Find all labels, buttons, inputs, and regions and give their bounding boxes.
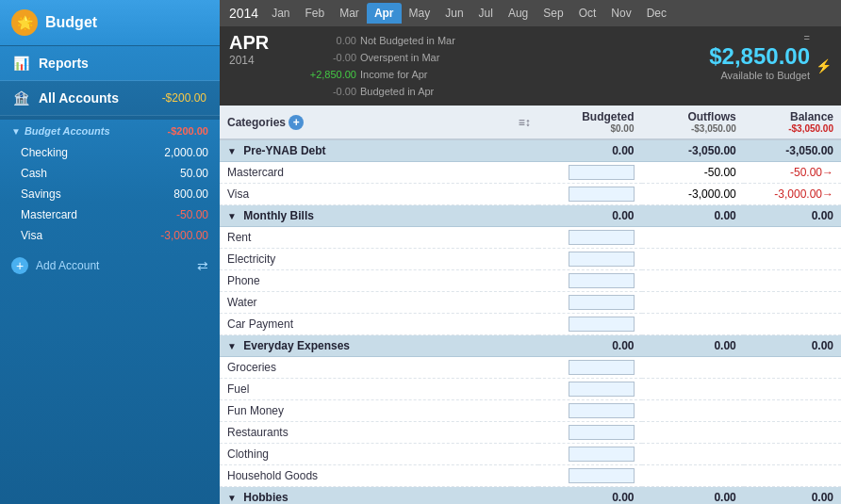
th-outflows: Outflows -$3,050.00 <box>642 106 744 139</box>
month-tab-jun[interactable]: Jun <box>437 3 470 24</box>
sidebar-item-reports[interactable]: 📊 Reports <box>0 46 220 81</box>
lightning-icon: ⚡ <box>816 58 832 73</box>
reports-label: Reports <box>39 56 206 71</box>
category-budgeted[interactable] <box>538 270 642 292</box>
add-category-button[interactable]: + <box>289 115 304 130</box>
group-balance: 0.00 <box>744 335 841 357</box>
group-name: ▼ Hobbies <box>220 487 538 505</box>
group-row[interactable]: ▼ Everyday Expenses 0.00 0.00 0.00 <box>220 335 841 357</box>
category-balance <box>744 357 841 379</box>
table-row: Rent <box>220 227 841 249</box>
category-budgeted[interactable] <box>538 292 642 314</box>
table-row: Mastercard -50.00 -50.00→ <box>220 162 841 184</box>
category-outflows <box>642 292 744 314</box>
group-arrow-icon: ▼ <box>227 341 237 351</box>
group-outflows: 0.00 <box>642 487 744 505</box>
summary-year: 2014 <box>229 54 286 67</box>
sidebar-account-cash[interactable]: Cash 50.00 <box>0 163 220 184</box>
account-name-cash: Cash <box>21 167 180 180</box>
month-tab-jan[interactable]: Jan <box>264 3 297 24</box>
month-tab-nov[interactable]: Nov <box>603 3 638 24</box>
category-outflows <box>642 270 744 292</box>
logo-icon-text: 🌟 <box>17 15 33 30</box>
category-budgeted[interactable] <box>538 379 642 400</box>
month-tab-sep[interactable]: Sep <box>536 3 570 24</box>
category-budgeted[interactable] <box>538 400 642 422</box>
category-balance <box>744 292 841 314</box>
category-outflows <box>642 227 744 249</box>
sidebar-logo[interactable]: 🌟 Budget <box>0 0 220 46</box>
group-balance: -3,050.00 <box>744 139 841 162</box>
category-outflows <box>642 314 744 335</box>
summary-bar: APR 2014 0.00 Not Budgeted in Mar -0.00 … <box>220 26 841 106</box>
balance-arrow-icon: → <box>822 187 833 201</box>
category-balance: -3,000.00→ <box>744 184 841 205</box>
category-budgeted[interactable] <box>538 162 642 184</box>
sidebar-account-checking[interactable]: Checking 2,000.00 <box>0 142 220 163</box>
category-outflows <box>642 249 744 270</box>
month-tab-jul[interactable]: Jul <box>471 3 501 24</box>
category-budgeted[interactable] <box>538 357 642 379</box>
category-name: Rent <box>220 227 511 249</box>
category-name: Car Payment <box>220 314 511 335</box>
category-tools <box>511 357 538 379</box>
category-tools <box>511 444 538 465</box>
balance-arrow-icon: → <box>822 166 833 179</box>
year-label: 2014 <box>223 4 264 23</box>
month-tab-apr[interactable]: Apr <box>367 3 402 24</box>
group-arrow-icon: ▼ <box>227 146 237 156</box>
group-row[interactable]: ▼ Pre-YNAB Debt 0.00 -3,050.00 -3,050.00 <box>220 139 841 162</box>
sidebar-account-savings[interactable]: Savings 800.00 <box>0 184 220 204</box>
category-name: Visa <box>220 184 511 205</box>
group-outflows: -3,050.00 <box>642 139 744 162</box>
group-row[interactable]: ▼ Monthly Bills 0.00 0.00 0.00 <box>220 205 841 227</box>
group-budgeted: 0.00 <box>538 139 642 162</box>
category-outflows <box>642 357 744 379</box>
arrows-icon: ⇄ <box>197 258 208 273</box>
stat-label-2: Income for Apr <box>360 66 428 83</box>
collapse-arrow-icon: ▼ <box>11 126 21 137</box>
table-row: Fuel <box>220 379 841 400</box>
month-tab-oct[interactable]: Oct <box>571 3 604 24</box>
group-name: ▼ Monthly Bills <box>220 205 538 227</box>
table-row: Electricity <box>220 249 841 270</box>
group-row[interactable]: ▼ Hobbies 0.00 0.00 0.00 <box>220 487 841 505</box>
summary-total: = $2,850.00 Available to Budget <box>709 32 810 81</box>
group-balance: 0.00 <box>744 205 841 227</box>
category-budgeted[interactable] <box>538 314 642 335</box>
category-outflows: -3,000.00 <box>642 184 744 205</box>
category-outflows <box>642 465 744 487</box>
category-budgeted[interactable] <box>538 422 642 444</box>
group-budgeted: 0.00 <box>538 487 642 505</box>
category-name: Fun Money <box>220 400 511 422</box>
category-budgeted[interactable] <box>538 444 642 465</box>
category-budgeted[interactable] <box>538 227 642 249</box>
month-tab-feb[interactable]: Feb <box>298 3 333 24</box>
budgeted-header-label: Budgeted <box>546 110 635 123</box>
group-outflows: 0.00 <box>642 205 744 227</box>
all-accounts-label: All Accounts <box>39 90 162 106</box>
category-budgeted[interactable] <box>538 184 642 205</box>
account-amount-cash: 50.00 <box>180 167 208 180</box>
month-tab-mar[interactable]: Mar <box>332 3 367 24</box>
budget-accounts-header[interactable]: ▼ Budget Accounts -$200.00 <box>0 120 220 142</box>
month-tab-may[interactable]: May <box>402 3 438 24</box>
category-budgeted[interactable] <box>538 465 642 487</box>
month-tab-aug[interactable]: Aug <box>501 3 536 24</box>
month-tab-dec[interactable]: Dec <box>639 3 674 24</box>
sidebar-account-mastercard[interactable]: Mastercard -50.00 <box>0 204 220 225</box>
stat-row-2: +2,850.00 Income for Apr <box>305 66 700 83</box>
category-name: Electricity <box>220 249 511 270</box>
add-account-button[interactable]: + Add Account ⇄ <box>0 250 220 282</box>
table-row: Visa -3,000.00 -3,000.00→ <box>220 184 841 205</box>
budgeted-header-sub: $0.00 <box>546 123 635 134</box>
category-budgeted[interactable] <box>538 249 642 270</box>
table-row: Phone <box>220 270 841 292</box>
sidebar-item-all-accounts[interactable]: 🏦 All Accounts -$200.00 <box>0 81 220 116</box>
sidebar-account-visa[interactable]: Visa -3,000.00 <box>0 225 220 246</box>
category-balance <box>744 227 841 249</box>
category-tools <box>511 465 538 487</box>
tool-icons[interactable]: ≡↕ <box>519 116 531 129</box>
stat-value-3: -0.00 <box>305 83 356 100</box>
categories-label: Categories <box>227 116 286 129</box>
